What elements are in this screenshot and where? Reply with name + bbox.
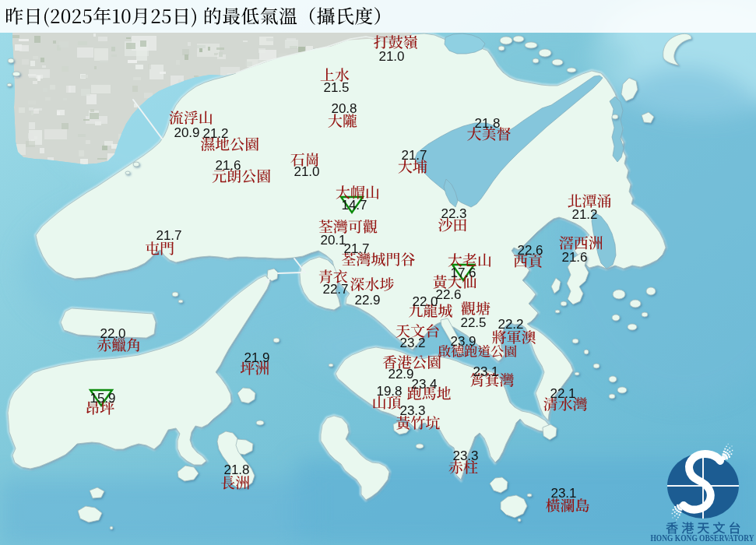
svg-text:21.8: 21.8 xyxy=(474,116,500,131)
svg-text:15.9: 15.9 xyxy=(90,391,115,406)
svg-text:21.0: 21.0 xyxy=(294,164,319,179)
svg-text:20.1: 20.1 xyxy=(320,233,346,248)
svg-text:21.7: 21.7 xyxy=(343,241,369,256)
svg-text:22.6: 22.6 xyxy=(517,243,543,258)
svg-text:23.4: 23.4 xyxy=(411,377,437,392)
svg-text:21.6: 21.6 xyxy=(215,158,241,173)
svg-text:23.9: 23.9 xyxy=(450,334,476,349)
svg-text:22.3: 22.3 xyxy=(441,206,466,221)
svg-text:22.0: 22.0 xyxy=(100,326,125,341)
svg-text:22.9: 22.9 xyxy=(388,367,413,382)
svg-text:22.2: 22.2 xyxy=(498,317,523,332)
svg-text:17.6: 17.6 xyxy=(450,265,476,280)
svg-text:22.6: 22.6 xyxy=(435,287,461,302)
svg-text:22.7: 22.7 xyxy=(322,282,348,297)
svg-text:22.0: 22.0 xyxy=(412,294,438,309)
svg-text:23.3: 23.3 xyxy=(399,403,425,418)
svg-text:22.1: 22.1 xyxy=(550,386,575,401)
svg-text:21.8: 21.8 xyxy=(223,462,249,477)
svg-text:23.2: 23.2 xyxy=(399,336,425,350)
svg-text:22.9: 22.9 xyxy=(354,293,380,308)
svg-text:23.1: 23.1 xyxy=(550,486,576,501)
svg-text:19.8: 19.8 xyxy=(376,384,402,399)
svg-text:21.2: 21.2 xyxy=(571,207,597,222)
svg-text:20.8: 20.8 xyxy=(331,101,357,116)
svg-text:23.1: 23.1 xyxy=(473,364,498,379)
svg-text:21.7: 21.7 xyxy=(401,148,427,163)
svg-text:20.9: 20.9 xyxy=(174,125,199,140)
svg-text:21.9: 21.9 xyxy=(244,350,269,365)
svg-text:21.7: 21.7 xyxy=(156,228,181,243)
svg-text:21.2: 21.2 xyxy=(202,126,228,141)
svg-text:22.5: 22.5 xyxy=(460,315,486,330)
svg-text:14.7: 14.7 xyxy=(341,198,367,213)
svg-text:21.6: 21.6 xyxy=(561,250,587,265)
svg-text:23.3: 23.3 xyxy=(452,448,478,463)
svg-text:21.5: 21.5 xyxy=(323,80,349,95)
svg-text:21.0: 21.0 xyxy=(378,49,404,64)
svg-text:HONG KONG OBSERVATORY: HONG KONG OBSERVATORY xyxy=(651,533,755,543)
